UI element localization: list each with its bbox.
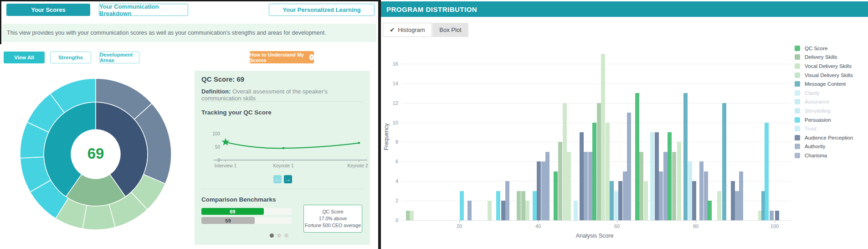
legend-item-charisma[interactable]: Charisma	[795, 151, 853, 160]
histogram-bar	[410, 211, 414, 221]
histogram-bar	[554, 171, 558, 220]
histogram-bar	[588, 152, 592, 220]
filter-development-areas[interactable]: Development Areas	[99, 52, 139, 63]
next-button[interactable]: →	[284, 175, 292, 183]
histogram-bar	[601, 54, 605, 220]
histogram-bar	[765, 123, 769, 221]
tracking-x-tick-label: Keynote 2	[347, 163, 368, 168]
legend-swatch	[795, 81, 800, 87]
benchmark-track: 59	[201, 217, 292, 224]
legend-swatch	[795, 153, 800, 158]
histogram-bar	[775, 211, 779, 221]
legend-swatch	[795, 126, 800, 131]
legend-label: Message Content	[805, 81, 846, 87]
histogram-bar	[688, 161, 692, 220]
histogram-bar	[683, 93, 688, 220]
legend-swatch	[795, 73, 800, 78]
tab-box-plot[interactable]: Box Plot	[432, 23, 468, 37]
carousel-dot[interactable]	[270, 233, 274, 238]
legend-swatch	[795, 46, 800, 51]
histogram-bar	[627, 113, 631, 220]
histogram-bar	[722, 103, 726, 220]
tracking-point	[358, 142, 360, 144]
histogram-bar	[460, 191, 464, 220]
histogram-bar	[541, 161, 545, 220]
legend-item-visual-delivery-skills[interactable]: Visual Delivery Skills	[795, 71, 853, 80]
filter-strengths[interactable]: Strengths	[50, 52, 91, 63]
histogram-bar	[639, 152, 643, 220]
legend-label: Audience Perception	[805, 135, 853, 140]
legend-item-delivery-skills[interactable]: Delivery Skills	[795, 53, 853, 62]
histogram-bar	[521, 191, 525, 220]
x-tick-label: 100	[767, 223, 782, 229]
legend-item-storytelling[interactable]: Storytelling	[795, 106, 853, 115]
histogram-bar	[663, 152, 668, 220]
y-tick-label: 2	[385, 198, 398, 203]
callout-line: Fortune 500 CEO average	[305, 222, 361, 229]
histogram-bar	[505, 181, 509, 220]
legend-item-trust[interactable]: Trust	[795, 124, 853, 133]
legend-item-authority[interactable]: Authority	[795, 142, 853, 151]
legend-label: Persuasion	[805, 117, 831, 123]
histogram-bar	[655, 132, 659, 220]
histogram-bar	[488, 201, 492, 220]
tab-your-scores[interactable]: Your Scores	[6, 4, 90, 16]
app-root: Your ScoresYour Communication BreakdownY…	[0, 0, 868, 249]
histogram-bar	[574, 201, 578, 220]
y-tick-label: 10	[385, 120, 398, 125]
histogram-bar	[618, 181, 622, 220]
tab-your-communication-breakdown[interactable]: Your Communication Breakdown	[99, 4, 188, 16]
star-marker-icon	[221, 138, 229, 145]
tab-your-personalized-learning[interactable]: Your Personalized Learning	[269, 4, 375, 16]
benchmark-bar: 59	[201, 217, 255, 224]
y-axis-label: Frequency	[383, 109, 390, 164]
x-axis-label: Analysis Score	[567, 233, 622, 239]
legend-label: Trust	[805, 126, 817, 131]
tab-histogram[interactable]: ✔Histogram	[383, 23, 432, 37]
legend-item-message-content[interactable]: Message Content	[795, 79, 853, 88]
filter-view-all[interactable]: View All	[4, 52, 45, 63]
legend-swatch	[795, 99, 800, 104]
sunburst-outer-segment[interactable]	[82, 204, 115, 230]
x-tick-label: 20	[452, 223, 467, 229]
histogram-bar	[580, 132, 584, 220]
histogram-bar	[659, 171, 663, 220]
histogram-plot	[401, 46, 791, 221]
window-top-edge	[0, 0, 381, 1]
histogram-bar	[533, 191, 537, 220]
legend-item-assurance[interactable]: Assurance	[795, 98, 853, 107]
y-tick-label: 4	[385, 178, 398, 184]
benchmarks-section-title: Comparison Benchmarks	[201, 196, 276, 203]
legend-label: Delivery Skills	[805, 54, 837, 60]
legend-swatch	[795, 144, 800, 149]
how-to-understand-scores-button[interactable]: How to Understand My Scores ?	[250, 51, 314, 63]
x-tick	[459, 221, 460, 223]
legend-item-qc-score[interactable]: QC Score	[795, 44, 853, 53]
carousel-dot[interactable]	[277, 233, 281, 238]
legend-item-persuasion[interactable]: Persuasion	[795, 115, 853, 124]
histogram-bar	[610, 181, 614, 220]
legend-label: Vocal Delivery Skills	[805, 63, 852, 69]
legend-swatch	[795, 135, 800, 140]
gridline	[401, 64, 791, 64]
carousel-dot[interactable]	[284, 233, 288, 238]
histogram-bar	[606, 123, 610, 221]
histogram-bar	[567, 152, 571, 220]
legend-item-clarity[interactable]: Clarity	[795, 88, 853, 98]
tracking-point	[282, 147, 285, 150]
program-distribution-title: PROGRAM DISTRIBUTION	[386, 5, 477, 13]
tracking-y-tick: 100	[212, 131, 220, 136]
prev-button[interactable]: ←	[273, 175, 282, 183]
question-mark-icon: ?	[309, 54, 314, 60]
histogram-bar	[731, 181, 735, 220]
legend-item-vocal-delivery-skills[interactable]: Vocal Delivery Skills	[795, 62, 853, 71]
x-tick	[538, 221, 539, 223]
legend-label: QC Score	[805, 46, 828, 51]
legend-item-audience-perception[interactable]: Audience Perception	[795, 133, 853, 142]
legend-swatch	[795, 117, 800, 123]
histogram-bar	[677, 142, 681, 220]
tab-label: Box Plot	[439, 26, 461, 33]
histogram-bar	[735, 191, 739, 220]
histogram-bar	[739, 171, 743, 220]
histogram-bar	[717, 191, 721, 220]
